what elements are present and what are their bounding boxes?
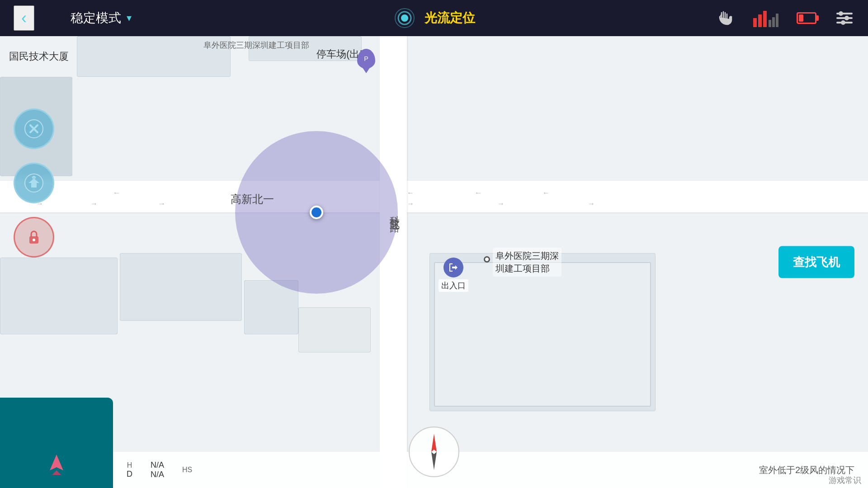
telemetry-hspeed: HS	[182, 466, 192, 474]
svg-rect-6	[769, 20, 771, 27]
camera-panel	[0, 398, 113, 488]
flight-mode-label: 稳定模式	[71, 9, 121, 27]
find-aircraft-button[interactable]: 查找飞机	[778, 246, 854, 278]
poi-entrance-icon	[443, 258, 463, 277]
wind-info: 室外低于2级风的情况下	[759, 464, 854, 476]
svg-rect-5	[763, 11, 767, 27]
current-location-dot	[310, 206, 323, 219]
flight-mode-selector[interactable]: 稳定模式 ▾	[71, 9, 132, 27]
map-label-road-keji: 科技北三路	[388, 208, 401, 217]
positioning-label: 光流定位	[425, 9, 475, 27]
bottom-status-bar: H D N/A N/A HS 室外低于2级风的情况下	[113, 452, 868, 488]
svg-marker-16	[50, 455, 63, 470]
parking-pin: P	[357, 49, 375, 69]
major-road-vertical	[380, 36, 407, 488]
poi-entrance-label: 出入口	[439, 279, 468, 292]
svg-rect-4	[758, 14, 762, 27]
telemetry-distance: N/A N/A	[151, 460, 164, 479]
telemetry-height: H D	[127, 461, 132, 479]
map-label-south-cloud: 阜外医院三期深圳建工项目部	[203, 40, 309, 51]
map-view[interactable]: → → → ← ← ← ← ← → → → 国民技术大厦 停车场(出口) 高新北…	[0, 36, 868, 488]
gps-icon	[393, 6, 416, 30]
back-button[interactable]: ‹	[14, 5, 34, 31]
battery-icon	[797, 12, 816, 24]
header-bar: ‹ 稳定模式 ▾ 光流定位	[0, 0, 868, 36]
left-controls-panel	[14, 108, 54, 258]
svg-rect-3	[753, 18, 757, 27]
cancel-button[interactable]	[14, 108, 54, 149]
svg-rect-8	[776, 14, 778, 27]
flight-mode-arrow-icon: ▾	[127, 12, 132, 24]
map-label-guomin: 国民技术大厦	[9, 50, 69, 63]
map-label-road-gaoxin: 高新北一	[231, 192, 274, 206]
major-road-horizontal: → → → ← ← ← ← ← → → →	[0, 181, 868, 212]
svg-point-15	[33, 239, 35, 241]
poi-entrance[interactable]: 出入口	[439, 258, 468, 292]
svg-rect-7	[772, 17, 775, 27]
positioning-section: 光流定位	[393, 6, 475, 30]
settings-sliders-icon[interactable]	[835, 11, 854, 25]
right-icons-group	[713, 7, 854, 29]
svg-point-0	[401, 14, 408, 22]
svg-marker-17	[52, 470, 61, 475]
parking-pin-icon: P	[357, 49, 375, 69]
gesture-icon[interactable]	[713, 7, 735, 29]
game-guide-link[interactable]: 游戏常识	[829, 475, 861, 486]
compass	[407, 425, 461, 479]
lock-button[interactable]	[14, 217, 54, 258]
telemetry-chart-icon[interactable]	[753, 7, 778, 29]
small-marker-project	[484, 256, 490, 263]
return-home-button[interactable]	[14, 163, 54, 203]
map-label-project: 阜外医院三期深圳建工项目部	[493, 248, 561, 277]
